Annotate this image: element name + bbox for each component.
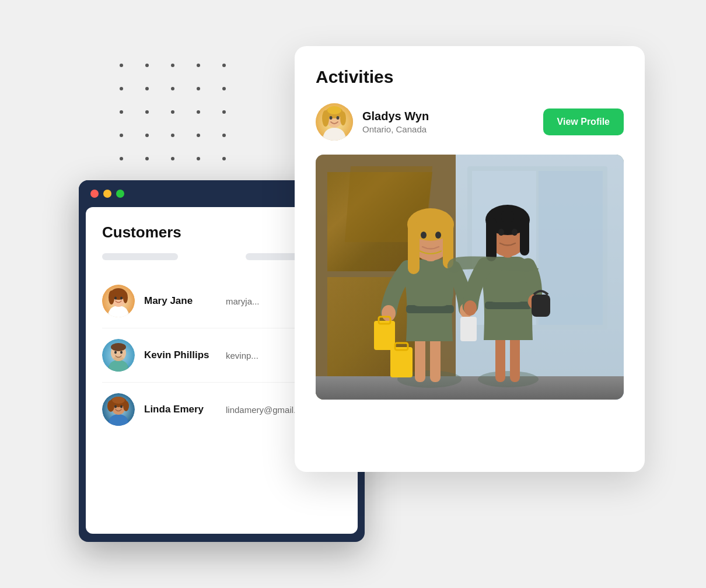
- svg-rect-47: [316, 376, 624, 400]
- dot: [120, 64, 123, 67]
- svg-point-27: [120, 405, 123, 408]
- minimize-button-icon[interactable]: [103, 190, 111, 198]
- customer-name: Kevin Phillips: [144, 349, 214, 361]
- svg-point-53: [382, 305, 396, 321]
- dot: [197, 134, 200, 137]
- svg-point-6: [109, 290, 114, 304]
- svg-point-34: [340, 111, 346, 125]
- customer-name: Mary Jane: [144, 295, 214, 307]
- maximize-button-icon[interactable]: [116, 190, 124, 198]
- svg-point-64: [435, 232, 441, 239]
- svg-point-79: [498, 229, 504, 236]
- svg-rect-77: [501, 211, 514, 222]
- dot: [197, 157, 200, 160]
- svg-rect-49: [415, 335, 425, 382]
- dot: [171, 87, 174, 90]
- svg-point-33: [322, 110, 329, 127]
- dot: [222, 64, 226, 67]
- dot: [120, 134, 123, 137]
- activities-title: Activities: [316, 67, 624, 87]
- dot: [171, 134, 174, 137]
- dot: [222, 87, 226, 90]
- dot: [171, 64, 174, 67]
- profile-info: Gladys Wyn Ontario, Canada: [362, 110, 534, 134]
- dot: [145, 110, 149, 114]
- customer-email: maryja...: [226, 296, 260, 306]
- svg-rect-81: [390, 347, 413, 377]
- dot: [222, 110, 226, 114]
- avatar: [102, 339, 135, 372]
- svg-rect-68: [485, 302, 532, 309]
- close-button-icon[interactable]: [90, 190, 99, 198]
- avatar: [102, 393, 135, 426]
- svg-point-26: [114, 405, 117, 408]
- svg-point-16: [114, 351, 117, 354]
- gladys-avatar: [316, 103, 353, 141]
- dot: [171, 157, 174, 160]
- view-profile-button[interactable]: View Profile: [543, 108, 624, 135]
- svg-point-14: [111, 343, 126, 351]
- svg-point-36: [330, 116, 333, 120]
- svg-point-8: [114, 297, 117, 300]
- dot-grid-decoration: [120, 64, 236, 169]
- dot: [197, 110, 200, 114]
- svg-point-37: [337, 116, 340, 120]
- dot: [197, 87, 200, 90]
- activity-image: [316, 155, 624, 400]
- dot: [120, 87, 123, 90]
- svg-point-9: [120, 297, 123, 300]
- dot: [145, 87, 149, 90]
- dot: [120, 110, 123, 114]
- dot: [145, 64, 149, 67]
- placeholder-bar-2: [246, 253, 298, 260]
- customer-name: Linda Emery: [144, 404, 214, 415]
- svg-point-65: [478, 371, 539, 387]
- svg-point-17: [120, 351, 123, 354]
- dot: [197, 64, 200, 67]
- profile-row: Gladys Wyn Ontario, Canada View Profile: [316, 103, 624, 141]
- svg-rect-76: [486, 218, 497, 261]
- dot: [145, 134, 149, 137]
- svg-rect-61: [408, 222, 420, 274]
- dot: [145, 157, 149, 160]
- svg-point-63: [421, 232, 427, 239]
- customer-email: kevinp...: [226, 351, 258, 360]
- dot: [222, 134, 226, 137]
- svg-point-25: [112, 397, 125, 404]
- svg-point-35: [327, 106, 341, 114]
- svg-point-24: [123, 401, 129, 411]
- profile-name: Gladys Wyn: [362, 110, 534, 123]
- profile-location: Ontario, Canada: [362, 124, 534, 134]
- dot: [222, 157, 226, 160]
- svg-rect-78: [520, 218, 529, 256]
- svg-rect-51: [406, 305, 454, 313]
- avatar: [102, 285, 135, 317]
- dot: [120, 157, 123, 160]
- svg-rect-50: [430, 335, 441, 382]
- svg-rect-72: [532, 295, 550, 317]
- svg-point-80: [512, 229, 518, 236]
- svg-rect-55: [374, 321, 395, 350]
- activities-card: Activities: [295, 46, 645, 472]
- dot: [171, 110, 174, 114]
- svg-rect-57: [460, 317, 477, 341]
- svg-point-70: [464, 300, 477, 316]
- svg-point-7: [123, 292, 128, 303]
- placeholder-bar-1: [102, 253, 178, 260]
- main-scene: Customers: [61, 46, 645, 542]
